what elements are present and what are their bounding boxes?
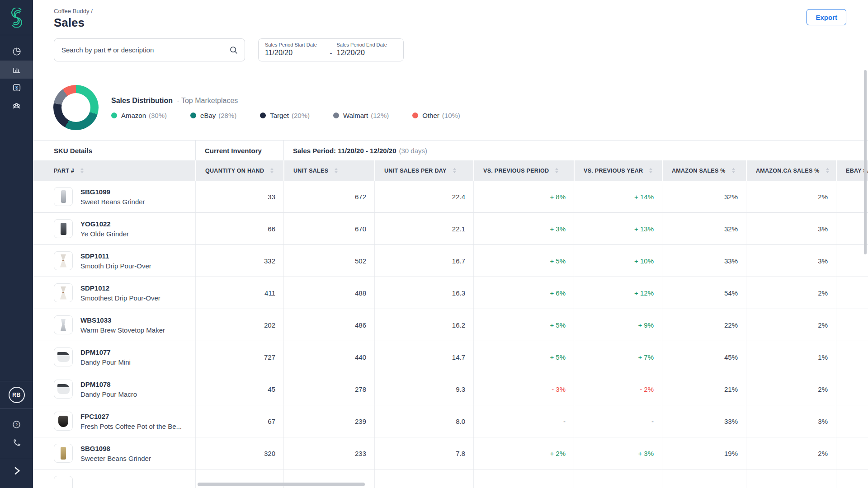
sort-arrows-icon[interactable]	[554, 166, 560, 175]
vertical-scrollbar-thumb[interactable]	[864, 70, 867, 254]
product-description: Smooth Drip Pour-Over	[80, 262, 151, 270]
product-description: Sweet Beans Grinder	[80, 198, 145, 206]
unit-sales-per-day-value: 8.0	[374, 405, 473, 437]
table-row[interactable]: WBS1033 Warm Brew Stovetop Maker 202 486…	[33, 309, 868, 341]
sidebar: $ RB ?	[0, 0, 33, 488]
start-date-value: 11/20/20	[265, 49, 326, 57]
table-row[interactable]: DPM1077 Dandy Pour Mini 727 440 14.7 + 5…	[33, 341, 868, 373]
vs-previous-period-value: + 5%	[473, 341, 574, 373]
part-number: SBG1099	[80, 188, 145, 196]
quantity-on-hand-value: 411	[195, 277, 283, 309]
expand-sidebar-button[interactable]	[0, 458, 33, 483]
vs-previous-period-value: + 5%	[473, 309, 574, 341]
product-photo	[54, 187, 73, 206]
legend-percentage: (20%)	[292, 112, 310, 119]
column-header[interactable]: VS. PREVIOUS YEAR	[574, 160, 662, 181]
end-date-field[interactable]: Sales Period End Date 12/20/20	[337, 39, 397, 61]
column-header[interactable]: EBAY SALES %	[836, 160, 868, 181]
amazon-sales-pct-value: 45%	[662, 341, 746, 373]
app-root: $ RB ?	[0, 0, 868, 488]
table-row-partial[interactable]	[33, 469, 868, 488]
ebay-sales-pct-value	[836, 213, 868, 244]
column-header[interactable]: UNIT SALES PER DAY	[374, 160, 473, 181]
user-avatar[interactable]: RB	[9, 387, 25, 403]
part-number: DPM1078	[80, 380, 137, 388]
ebay-sales-pct-value	[836, 277, 868, 309]
search-input[interactable]	[54, 39, 245, 61]
product-description: Sweeter Beans Grinder	[80, 455, 151, 462]
column-header-label: UNIT SALES PER DAY	[384, 168, 447, 174]
ebay-sales-pct-value	[836, 341, 868, 373]
amazon-ca-sales-pct-value: 2%	[746, 181, 836, 212]
question-circle-icon: ?	[12, 420, 21, 429]
unit-sales-per-day-value: 7.8	[374, 437, 473, 469]
sidebar-item-pie-chart[interactable]	[0, 42, 33, 61]
chart-title: Sales Distribution	[111, 97, 173, 104]
sort-arrows-icon[interactable]	[731, 166, 736, 175]
column-header[interactable]: VS. PREVIOUS PERIOD	[473, 160, 574, 181]
product-description: Fresh Pots Coffee Pot of the Be...	[80, 422, 182, 430]
search-icon[interactable]	[229, 45, 239, 55]
unit-sales-value: 488	[283, 277, 374, 309]
table-row[interactable]: YOG1022 Ye Olde Grinder 66 670 22.1 + 3%…	[33, 213, 868, 245]
dollar-square-icon: $	[12, 83, 22, 93]
sort-arrows-icon[interactable]	[452, 166, 458, 175]
amazon-ca-sales-pct-value: 3%	[746, 245, 836, 277]
sort-arrows-icon[interactable]	[648, 166, 654, 175]
part-number: SDP1012	[80, 284, 160, 292]
unit-sales-per-day-value: 9.3	[374, 373, 473, 405]
sort-arrows-icon[interactable]	[825, 166, 830, 175]
table-row[interactable]: FPC1027 Fresh Pots Coffee Pot of the Be.…	[33, 405, 868, 437]
sort-arrows-icon[interactable]	[79, 166, 85, 175]
vs-previous-year-value: + 14%	[574, 181, 662, 212]
column-header[interactable]: AMAZON SALES %	[662, 160, 746, 181]
app-logo[interactable]	[0, 0, 33, 35]
phone-button[interactable]	[0, 433, 33, 451]
column-header-label: UNIT SALES	[293, 168, 328, 174]
legend-percentage: (12%)	[371, 112, 389, 119]
ebay-sales-pct-value	[836, 245, 868, 277]
svg-text:$: $	[15, 85, 18, 90]
end-date-label: Sales Period End Date	[337, 42, 397, 47]
column-header[interactable]: QUANTITY ON HAND	[195, 160, 283, 181]
sort-arrows-icon[interactable]	[269, 166, 275, 175]
table-column-header-row: PART # QUANTITY ON HAND UNIT SALES UNIT …	[33, 160, 868, 181]
product-description: Ye Olde Grinder	[80, 230, 129, 238]
start-date-label: Sales Period Start Date	[265, 42, 326, 47]
column-header[interactable]: UNIT SALES	[283, 160, 374, 181]
table-row[interactable]: SDP1011 Smooth Drip Pour-Over 332 502 16…	[33, 245, 868, 277]
column-header-label: PART #	[54, 168, 74, 174]
sidebar-item-dollar[interactable]: $	[0, 79, 33, 97]
legend-percentage: (28%)	[218, 112, 236, 119]
breadcrumb[interactable]: Coffee Buddy /	[54, 8, 93, 14]
table-row[interactable]: DPM1078 Dandy Pour Macro 45 278 9.3 - 3%…	[33, 373, 868, 405]
product-description: Dandy Pour Mini	[80, 358, 131, 366]
legend-color-dot	[412, 113, 418, 118]
unit-sales-value: 672	[283, 181, 374, 212]
quantity-on-hand-value: 45	[195, 373, 283, 405]
sort-arrows-icon[interactable]	[333, 166, 339, 175]
legend-item: Target (20%)	[260, 112, 310, 119]
column-header[interactable]: AMAZON.CA SALES %	[746, 160, 836, 181]
table-row[interactable]: SBG1098 Sweeter Beans Grinder 320 233 7.…	[33, 437, 868, 469]
sidebar-item-bar-chart[interactable]	[0, 61, 33, 79]
main-content: Coffee Buddy / Sales Export Sales Period…	[33, 0, 868, 488]
export-button[interactable]: Export	[807, 9, 846, 25]
users-group-icon	[11, 101, 22, 111]
date-range-separator: -	[330, 49, 332, 61]
start-date-field[interactable]: Sales Period Start Date 11/20/20	[265, 39, 326, 61]
unit-sales-value: 278	[283, 373, 374, 405]
part-number: FPC1027	[80, 413, 182, 420]
column-header-label: AMAZON SALES %	[672, 168, 726, 174]
table-row[interactable]: SDP1012 Smoothest Drip Pour-Over 411 488…	[33, 277, 868, 309]
sidebar-divider	[0, 381, 33, 381]
table-group-header-row: SKU Details Current Inventory Sales Peri…	[33, 140, 868, 160]
pie-chart-icon	[12, 47, 22, 56]
table-row[interactable]: SBG1099 Sweet Beans Grinder 33 672 22.4 …	[33, 181, 868, 213]
horizontal-scrollbar-thumb[interactable]	[198, 483, 365, 486]
unit-sales-per-day-value: 16.7	[374, 245, 473, 277]
sidebar-item-users[interactable]	[0, 97, 33, 115]
help-button[interactable]: ?	[0, 415, 33, 433]
unit-sales-per-day-value: 16.2	[374, 309, 473, 341]
column-header[interactable]: PART #	[33, 160, 195, 181]
